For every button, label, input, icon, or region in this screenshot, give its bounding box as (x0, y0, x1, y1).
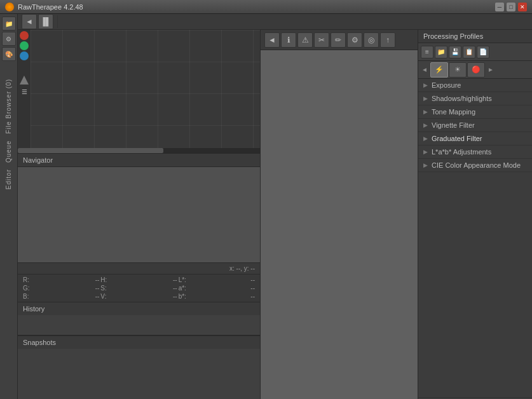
left-panel: ☰ Navigator x: --, y: -- R: (18, 30, 261, 399)
h-value: -- (173, 276, 177, 283)
preview-toolbar: ◄ ℹ ⚠ ✂ ✏ ⚙ ◎ ↑ (261, 30, 418, 50)
filmstrip-grid (31, 30, 260, 153)
adjustment-shadows-highlights[interactable]: ▶ Shadows/highlights (418, 92, 532, 105)
title-bar: RawTherapee 4.2.48 ─ □ ✕ (0, 0, 532, 14)
lab-label: L*a*b* Adjustments (432, 148, 491, 156)
profiles-paste-btn[interactable]: 📄 (477, 46, 489, 58)
preview-area: ◄ ℹ ⚠ ✂ ✏ ⚙ ◎ ↑ 🔍 🔎 ⊡ ► (261, 30, 418, 399)
s-label: S: (100, 285, 106, 292)
vignette-label: Vignette Filter (432, 121, 475, 129)
adjustment-graduated-filter[interactable]: ▶ Graduated Filter (418, 132, 532, 145)
profiles-copy-btn[interactable]: 📋 (463, 46, 475, 58)
left-sidebar: 📁 ⚙ 🎨 File Browser (0) Queue Editor (0, 14, 18, 399)
vignette-arrow-icon: ▶ (423, 122, 428, 128)
navigator-header: Navigator (18, 154, 260, 167)
b-value: -- (95, 293, 100, 300)
filmstrip-triangle-icon[interactable] (20, 76, 29, 85)
adjustment-cie[interactable]: ▶ CIE Color Appearance Mode (418, 159, 532, 172)
color-row-r: R: -- (23, 276, 99, 283)
top-toolbar: ◄ ▐▌ (18, 14, 532, 30)
filmstrip[interactable]: ☰ (18, 30, 260, 154)
navigator-section: Navigator x: --, y: -- (18, 154, 260, 274)
profiles-save-btn[interactable]: 💾 (449, 46, 461, 58)
content-area: ☰ Navigator x: --, y: -- R: (18, 30, 532, 399)
history-list (18, 315, 260, 335)
profiles-open-btn[interactable]: 📁 (435, 46, 447, 58)
profiles-toolbar: ≡ 📁 💾 📋 📄 (418, 43, 532, 61)
color-label-blue[interactable] (20, 51, 29, 60)
sidebar-label-filebrowser[interactable]: File Browser (0) (4, 76, 13, 137)
maximize-button[interactable]: □ (507, 3, 515, 11)
window-title: RawTherapee 4.2.48 (18, 3, 493, 11)
color-row-astar: a*: -- (179, 285, 255, 292)
preview-tool-settings[interactable]: ⚙ (347, 32, 362, 48)
exposure-label: Exposure (432, 81, 461, 89)
graduated-arrow-icon: ▶ (423, 135, 428, 142)
mini-icons-bar: ☰ (18, 30, 31, 153)
g-value: -- (95, 285, 100, 292)
color-row-lstar: L*: -- (179, 276, 255, 283)
adjustment-exposure[interactable]: ▶ Exposure (418, 79, 532, 92)
snapshots-section: Snapshots (18, 335, 260, 399)
preview-tool-crop[interactable]: ✂ (314, 32, 329, 48)
h-label: H: (100, 276, 107, 283)
close-button[interactable]: ✕ (518, 3, 527, 11)
sidebar-label-queue[interactable]: Queue (4, 138, 13, 165)
filmstrip-scrollbar[interactable] (18, 148, 260, 153)
history-section: History (18, 302, 260, 335)
cie-arrow-icon: ▶ (423, 162, 428, 168)
s-value: -- (173, 285, 177, 292)
toolbar-indicator-btn[interactable]: ▐▌ (38, 14, 53, 29)
app-body: 📁 ⚙ 🎨 File Browser (0) Queue Editor ◄ ▐▌ (0, 14, 532, 399)
filmstrip-menu-icon[interactable]: ☰ (22, 88, 27, 95)
preview-tool-upload[interactable]: ↑ (380, 32, 395, 48)
color-row-bstar: b*: -- (179, 293, 255, 300)
right-tabs: ◄ ⚡ ☀ 🔴 ► (418, 61, 532, 79)
toolbar-prev-btn[interactable]: ◄ (22, 14, 37, 29)
right-panel: Processing Profiles ≡ 📁 💾 📋 📄 ◄ ⚡ ☀ 🔴 ► (418, 30, 532, 399)
bstar-label: b*: (179, 293, 186, 300)
main-content: ◄ ▐▌ ☰ (18, 14, 532, 399)
app-icon (5, 3, 14, 11)
color-row-s: S: -- (100, 285, 177, 292)
adjustments-list: ▶ Exposure ▶ Shadows/highlights ▶ Tone M… (418, 79, 532, 397)
toolbar-divider-1 (57, 15, 58, 28)
cie-label: CIE Color Appearance Mode (432, 161, 521, 169)
r-value: -- (95, 276, 100, 283)
sidebar-label-editor[interactable]: Editor (4, 166, 13, 192)
processing-profiles-header: Processing Profiles (418, 30, 532, 43)
filmstrip-scrollbar-thumb[interactable] (18, 148, 163, 153)
tab-detail[interactable]: 🔴 (467, 62, 485, 78)
preview-canvas[interactable] (261, 50, 418, 399)
color-label-green[interactable] (20, 41, 29, 50)
adjustment-tone-mapping[interactable]: ▶ Tone Mapping (418, 105, 532, 119)
v-label: V: (100, 293, 106, 300)
g-label: G: (23, 285, 30, 292)
r-label: R: (23, 276, 29, 283)
snapshots-list (18, 349, 260, 399)
history-header[interactable]: History (18, 302, 260, 315)
lab-arrow-icon: ▶ (423, 149, 428, 155)
adjustment-lab[interactable]: ▶ L*a*b* Adjustments (418, 145, 532, 159)
lstar-value: -- (250, 276, 255, 283)
minimize-button[interactable]: ─ (495, 3, 504, 11)
sidebar-queue-btn[interactable]: ⚙ (2, 32, 16, 46)
preview-tool-edit[interactable]: ✏ (331, 32, 346, 48)
navigator-coords: x: --, y: -- (18, 262, 260, 274)
color-label-red[interactable] (20, 31, 29, 40)
sidebar-folder-btn[interactable]: 📁 (2, 17, 16, 30)
preview-tool-info[interactable]: ℹ (281, 32, 296, 48)
navigator-preview (18, 167, 260, 262)
tab-right-arrow[interactable]: ► (486, 66, 496, 73)
color-row-g: G: -- (23, 285, 99, 292)
profiles-menu-btn[interactable]: ≡ (421, 46, 433, 58)
sidebar-editor-btn[interactable]: 🎨 (2, 47, 16, 61)
tab-left-arrow[interactable]: ◄ (419, 66, 430, 73)
preview-tool-warn[interactable]: ⚠ (297, 32, 313, 48)
preview-tool-circle[interactable]: ◎ (364, 32, 379, 48)
exposure-arrow-icon: ▶ (423, 82, 428, 88)
tab-color[interactable]: ☀ (449, 62, 467, 78)
tab-exposure[interactable]: ⚡ (430, 62, 448, 78)
adjustment-vignette[interactable]: ▶ Vignette Filter (418, 119, 532, 132)
preview-tool-arrow[interactable]: ◄ (264, 32, 280, 48)
